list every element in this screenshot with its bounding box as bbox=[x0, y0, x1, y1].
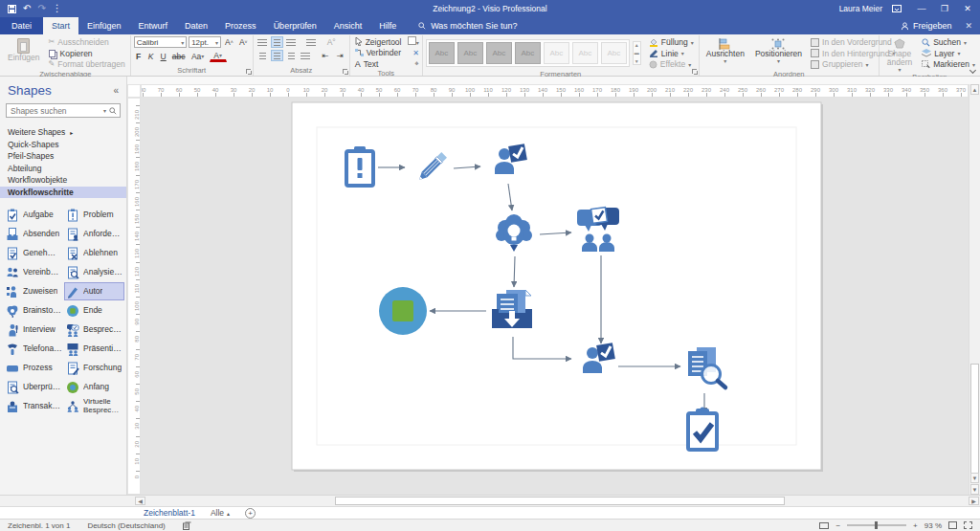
stencil-category-pfeil-shapes[interactable]: Pfeil-Shapes bbox=[0, 150, 126, 163]
share-button[interactable]: Freigeben bbox=[901, 21, 952, 31]
page-indicator[interactable]: Zeichenbl. 1 von 1 bbox=[8, 521, 70, 530]
fill-button[interactable]: Füllung▾ bbox=[647, 37, 696, 48]
tab-entwurf[interactable]: Entwurf bbox=[130, 17, 177, 34]
minimize-button[interactable]: — bbox=[915, 4, 928, 13]
zoom-slider-thumb[interactable] bbox=[875, 521, 878, 529]
stencil-shape-problem[interactable]: Problem bbox=[64, 206, 124, 224]
vertical-scroll-thumb[interactable] bbox=[970, 364, 979, 483]
connection-point-icon[interactable]: ✕ bbox=[412, 49, 419, 57]
user-name[interactable]: Laura Meier bbox=[839, 4, 882, 13]
align-middle-button[interactable] bbox=[271, 50, 283, 61]
ribbon-display-options-icon[interactable] bbox=[892, 5, 905, 12]
stencil-shape-transaktion[interactable]: Transaktion bbox=[4, 397, 64, 415]
align-right-button[interactable] bbox=[285, 36, 298, 48]
stencil-shape-virtuelle-besprechung[interactable]: Virtuelle Besprechung bbox=[64, 397, 124, 415]
bullets-button[interactable] bbox=[305, 36, 318, 48]
drawing-canvas[interactable] bbox=[141, 98, 969, 495]
fit-page-icon[interactable] bbox=[948, 521, 957, 529]
stencil-shape-genehmigen[interactable]: Genehmigen bbox=[4, 244, 64, 262]
shrink-font-button[interactable]: A˅ bbox=[237, 36, 250, 48]
scroll-up-arrow[interactable]: ▲ bbox=[970, 84, 979, 95]
copy-button[interactable]: Kopieren bbox=[47, 49, 127, 59]
font-color-button[interactable]: A▾ bbox=[210, 50, 227, 62]
absenden-shape[interactable] bbox=[492, 290, 532, 328]
tab-start[interactable]: Start bbox=[43, 17, 78, 34]
stencil-shape-prozess[interactable]: Prozess bbox=[4, 359, 64, 377]
scroll-right-arrow[interactable]: ▶ bbox=[969, 497, 979, 505]
tab-daten[interactable]: Daten bbox=[176, 17, 216, 34]
justify-button[interactable] bbox=[300, 50, 312, 61]
stencil-shape-zuweisen[interactable]: Zuweisen bbox=[4, 282, 64, 300]
stencil-shape-anforderung[interactable]: Anforderung bbox=[64, 225, 124, 243]
collapse-panel-icon[interactable]: « bbox=[113, 85, 119, 96]
page-down-arrow[interactable]: ▼ bbox=[970, 484, 979, 495]
vertical-scrollbar[interactable]: ▲ ▼ ▼ bbox=[969, 84, 980, 495]
tab-ansicht[interactable]: Ansicht bbox=[325, 17, 371, 34]
line-button[interactable]: Linie▾ bbox=[647, 49, 696, 59]
add-sheet-button[interactable]: + bbox=[245, 508, 256, 519]
save-icon[interactable] bbox=[8, 5, 16, 13]
layers-button[interactable]: Layer▾ bbox=[920, 49, 977, 59]
close-button[interactable]: ✕ bbox=[961, 4, 974, 13]
shape-styles-dialog-launcher[interactable] bbox=[692, 69, 697, 74]
stencil-shape-telefonanruf[interactable]: Telefonanruf bbox=[4, 340, 64, 358]
select-button[interactable]: Markieren▾ bbox=[920, 59, 977, 70]
tab-datei[interactable]: Datei bbox=[0, 17, 43, 34]
presentation-mode-icon[interactable] bbox=[819, 522, 829, 529]
change-case-button[interactable]: Aa▾ bbox=[189, 51, 207, 62]
stencil-shape-brainstorming[interactable]: Brainstorming bbox=[4, 301, 64, 320]
horizontal-scroll-thumb[interactable] bbox=[335, 497, 785, 505]
zoom-level[interactable]: 93 % bbox=[924, 521, 942, 530]
stencil-category-workflowobjekte[interactable]: Workflowobjekte bbox=[0, 174, 126, 187]
stencil-shape-pr-sentieren[interactable]: Präsentieren bbox=[64, 340, 124, 358]
search-dropdown-icon[interactable]: ▾ bbox=[103, 107, 106, 114]
font-size-select[interactable]: 12pt.▾ bbox=[189, 36, 221, 48]
font-family-select[interactable]: Calibri▾ bbox=[134, 36, 188, 48]
undo-icon[interactable]: ↶ bbox=[23, 4, 31, 13]
tab-prozess[interactable]: Prozess bbox=[216, 17, 265, 34]
bold-button[interactable]: F bbox=[134, 51, 144, 62]
horizontal-scrollbar[interactable]: ◀ ▶ bbox=[0, 495, 980, 506]
restore-button[interactable]: ❐ bbox=[938, 4, 951, 13]
crosshair-icon[interactable]: ⌖ bbox=[414, 59, 419, 69]
fullscreen-icon[interactable] bbox=[964, 521, 972, 529]
stencil-shape-anfang[interactable]: Anfang bbox=[64, 378, 124, 396]
all-sheets-dropdown[interactable]: Alle▴ bbox=[211, 508, 230, 518]
problem-shape[interactable] bbox=[346, 146, 373, 186]
align-left-button[interactable] bbox=[256, 36, 269, 48]
stencil-category-abteilung[interactable]: Abteilung bbox=[0, 163, 126, 175]
zoom-in-button[interactable]: + bbox=[913, 521, 918, 530]
shapes-search-input[interactable]: Shapes suchen ▾ bbox=[6, 103, 121, 118]
stencil-shape-interview[interactable]: Interview bbox=[4, 321, 64, 339]
macro-icon[interactable] bbox=[183, 521, 191, 530]
tab-einf-gen[interactable]: Einfügen bbox=[78, 17, 130, 34]
ende-shape[interactable] bbox=[379, 287, 427, 335]
gallery-scrollbar[interactable]: ▲▬▼ bbox=[633, 41, 641, 65]
align-top-button[interactable] bbox=[256, 50, 269, 61]
stencil-category-quick-shapes[interactable]: Quick-Shapes bbox=[0, 139, 126, 151]
decrease-indent-button[interactable]: ⇤ bbox=[320, 50, 332, 61]
stencil-shape-forschung[interactable]: Forschung bbox=[64, 359, 124, 377]
scroll-down-arrow[interactable]: ▼ bbox=[970, 473, 979, 483]
position-button[interactable]: Positionieren▾ bbox=[751, 36, 806, 64]
close-pane-icon[interactable]: ✕ bbox=[965, 21, 972, 31]
strikethrough-button[interactable]: abc bbox=[171, 51, 187, 62]
stencil-shape-autor[interactable]: Autor bbox=[64, 282, 124, 300]
customize-qat-icon[interactable]: ⋮ bbox=[53, 4, 62, 13]
stencil-shape-ende[interactable]: Ende bbox=[64, 301, 124, 320]
increase-indent-button[interactable]: ⇥ bbox=[334, 50, 346, 61]
stencil-category-workflowschritte[interactable]: Workflowschritte bbox=[0, 187, 126, 199]
stencil-shape-aufgabe[interactable]: Aufgabe bbox=[4, 206, 64, 224]
grow-font-button[interactable]: A˄ bbox=[223, 36, 235, 48]
sheet-tab-zeichenblatt-1[interactable]: Zeichenblatt-1 bbox=[144, 508, 195, 518]
align-bottom-button[interactable] bbox=[285, 50, 298, 61]
search-icon[interactable] bbox=[109, 107, 117, 115]
tell-me-search[interactable]: Was möchten Sie tun? bbox=[405, 17, 517, 34]
tab--berpr-fen[interactable]: Überprüfen bbox=[265, 17, 325, 34]
text-tool-button[interactable]: AText bbox=[353, 59, 381, 70]
pointer-tool-button[interactable]: Zeigertool bbox=[353, 36, 404, 47]
tab-hilfe[interactable]: Hilfe bbox=[370, 17, 405, 34]
italic-button[interactable]: K bbox=[146, 51, 156, 62]
stencil-shape-absenden[interactable]: Absenden bbox=[4, 225, 64, 243]
paragraph-dialog-launcher[interactable] bbox=[343, 69, 347, 74]
